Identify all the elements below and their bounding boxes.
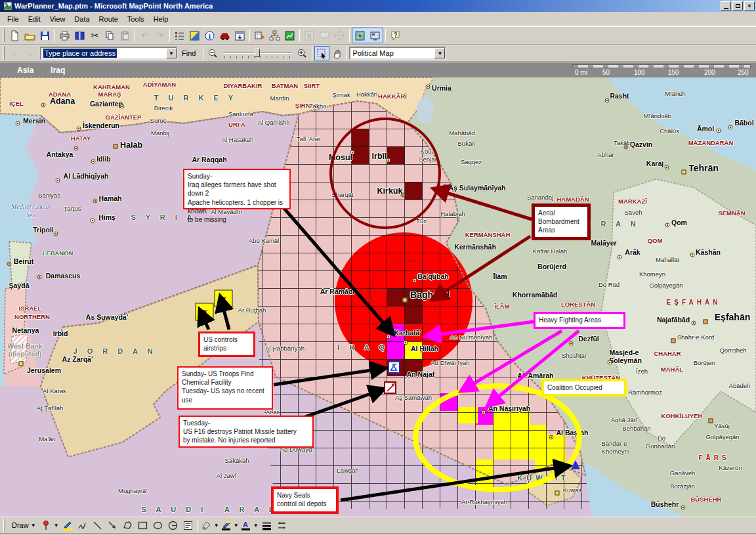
toolbar-grip[interactable] [3,29,5,42]
close-button[interactable]: × [744,1,755,11]
help-button[interactable]: ? [388,28,403,43]
fill-color-tool[interactable]: ▼ [200,519,220,532]
annotation-apache-shootdown[interactable]: Sunday- Iraq alleges farmers have shot d… [183,169,291,209]
web-link-button[interactable] [332,28,347,43]
menu-tools[interactable]: Tools [123,13,149,25]
freeform-tool[interactable] [120,519,135,532]
navigation-toolbar: ← → Type place or address ▼ Find Politic… [0,45,756,62]
scale-bar: 0 mi 50 100 150 200 250 [572,63,753,77]
mappoint-window: WarPlanner_Map.ptm - Microsoft MapPoint … [0,0,756,535]
annotation-navy-seals[interactable]: Navy Seals control oil depots [271,486,339,514]
arrow-style-tool[interactable] [274,519,289,532]
annotation-aerial-bombardment[interactable]: Aerial Bombardment Areas [532,203,591,240]
menu-file[interactable]: File [3,13,24,25]
font-color-tool[interactable]: A▼ [240,519,259,532]
draw-button[interactable]: Draw▼ [8,520,40,530]
window-title: WarPlanner_Map.ptm - Microsoft MapPoint … [14,2,719,10]
menu-view[interactable]: View [45,13,70,25]
map-canvas[interactable]: ✈ ✈ İÇELADANAAdanaMersinKAHRAMANMARAŞGaz… [0,77,756,517]
select-tool[interactable] [314,46,329,60]
full-screen-button[interactable] [368,28,383,43]
svg-text:A: A [243,521,248,528]
directions-pane-button[interactable] [232,28,247,43]
minimize-button[interactable] [721,1,731,11]
annotation-us-airstrips[interactable]: US controls airstrips [198,332,255,357]
pushpin-tool[interactable]: ▼ [40,519,60,532]
region-west-bank [10,333,28,364]
legend-button[interactable] [172,28,187,43]
zoom-slider-thumb[interactable] [255,49,260,57]
map-style-select[interactable]: Political Map ▼ [349,47,446,60]
cut-button[interactable]: ✂ [87,28,102,43]
arrow-tool[interactable] [105,519,120,532]
menu-data[interactable]: Data [70,13,94,25]
drawing-toolbar: Draw▼ ▼ ▼ ▼ A▼ [0,517,756,533]
menu-bar: File Edit View Data Route Tools Help [0,12,756,26]
zoom-in-icon[interactable] [295,46,310,60]
data-mapping-button[interactable] [282,28,297,43]
new-button[interactable] [7,28,22,43]
menu-help[interactable]: Help [149,13,173,25]
territories-button[interactable] [267,28,282,43]
menu-route[interactable]: Route [94,13,123,25]
rectangle-tool[interactable] [135,519,150,532]
menu-edit[interactable]: Edit [24,13,45,25]
standard-toolbar: ✂ ↶ ↷ i X ? [0,26,756,45]
annotation-chemical-facility[interactable]: Sunday- US Troops Find Chemical Facility… [177,366,273,410]
svg-text:X: X [307,32,312,39]
scribble-tool[interactable] [75,519,90,532]
forward-button[interactable]: → [22,46,37,60]
annotation-heavy-fighting[interactable]: Heavy Fighting Areas [534,312,625,329]
paste-button[interactable] [117,28,133,43]
lake-urmia [417,97,434,123]
breadcrumb-place[interactable]: Iraq [51,66,65,75]
view-toggle-group [352,28,383,43]
save-button[interactable] [37,28,52,43]
location-bar: Asia Iraq 0 mi 50 100 150 200 250 [0,62,756,77]
line-tool[interactable] [90,519,105,532]
search-dropdown-icon[interactable]: ▼ [166,48,177,58]
undo-button[interactable]: ↶ [137,28,152,43]
oval-tool[interactable] [150,519,165,532]
toolbar-grip[interactable] [3,47,5,60]
find-button[interactable]: Find [182,49,196,57]
map-style-button[interactable] [187,28,202,43]
pan-tool[interactable] [329,46,345,60]
import-data-button[interactable] [252,28,267,43]
open-button[interactable] [22,28,37,43]
redo-button[interactable]: ↷ [152,28,167,43]
map-base-layer: ✈ ✈ [0,77,756,517]
search-input[interactable]: Type place or address ▼ [40,47,178,60]
location-sensor-button[interactable] [352,28,368,43]
route-planner-button[interactable] [217,28,232,43]
svg-text:i: i [209,32,211,39]
annotation-coalition-occupied[interactable]: Coalition Occupied [541,379,627,396]
radius-circle-tool[interactable] [165,519,180,532]
annotation-f16-patriot[interactable]: Tuesday- US F16 destroys Patriot Missile… [178,416,314,448]
line-weight-tool[interactable] [259,519,274,532]
address-book-icon[interactable] [72,28,87,43]
scale-tick: 250 [738,69,749,76]
map-style-value: Political Map [352,49,393,57]
toolbar-grip[interactable] [3,519,5,532]
zoom-out-icon[interactable] [205,46,220,60]
print-button[interactable] [57,28,72,43]
breadcrumb-region[interactable]: Asia [17,66,33,75]
zoom-slider[interactable] [223,47,292,59]
svg-text:?: ? [393,31,397,38]
more-info-button[interactable]: i [202,28,217,43]
scale-bar-ruler [572,64,751,68]
textbox-tool[interactable] [180,519,196,532]
scale-tick: 100 [634,69,645,76]
line-color-tool[interactable]: ▼ [220,519,240,532]
highlight-tool[interactable] [60,519,75,532]
scale-tick: 200 [704,69,715,76]
map-style-dropdown-icon[interactable]: ▼ [434,48,445,58]
pushpin-info-button[interactable] [317,28,332,43]
scale-tick: 50 [602,69,610,76]
title-bar[interactable]: WarPlanner_Map.ptm - Microsoft MapPoint … [0,0,756,12]
copy-button[interactable] [102,28,117,43]
excel-export-button[interactable]: X [302,28,317,43]
restore-button[interactable] [732,1,743,11]
back-button[interactable]: ← [7,46,22,60]
